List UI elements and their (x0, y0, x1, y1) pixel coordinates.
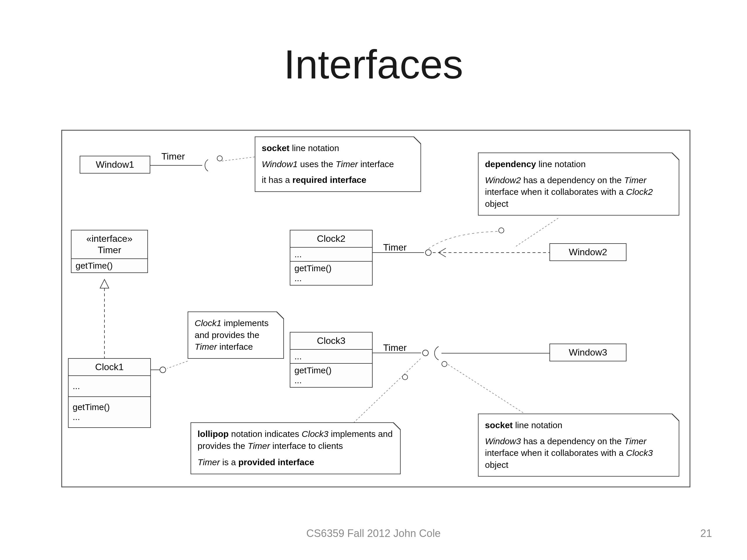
row: ... (69, 375, 150, 396)
class-clock2: Clock2 ... getTime() ... (290, 230, 372, 286)
note-corner-icon (276, 312, 284, 320)
row: getTime() ... (290, 261, 372, 285)
row: getTime() ... (69, 396, 150, 427)
svg-point-17 (403, 374, 408, 380)
interface-label-timer3: Timer (383, 342, 407, 353)
note-socket-top: socket line notation Window1 uses the Ti… (255, 136, 421, 192)
svg-line-20 (220, 157, 255, 161)
svg-point-8 (426, 250, 431, 256)
note-dependency-top: dependency line notation Window2 has a d… (478, 153, 679, 216)
class-window3: Window3 (549, 344, 626, 362)
interface-label-timer2: Timer (383, 242, 407, 253)
class-name: Clock1 (69, 359, 150, 375)
class-clock1: Clock1 ... getTime() ... (68, 358, 151, 428)
svg-line-6 (167, 361, 188, 368)
note-lollipop: lollipop notation indicates Clock3 imple… (190, 422, 401, 474)
slide-title: Interfaces (0, 41, 747, 88)
note-corner-icon (671, 153, 679, 161)
stereotype: «interface» (72, 231, 147, 245)
class-window1: Window1 (80, 156, 150, 174)
note-socket-bottom: socket line notation Window3 has a depen… (478, 414, 679, 477)
row: ... (290, 247, 372, 261)
note-corner-icon (392, 422, 401, 430)
svg-line-10 (439, 248, 446, 252)
class-name: Clock3 (290, 332, 372, 349)
svg-point-12 (499, 228, 504, 233)
row: ... (290, 349, 372, 363)
note-corner-icon (671, 414, 679, 422)
page-number: 21 (700, 527, 712, 540)
svg-point-14 (422, 350, 428, 356)
interface-op: getTime() (72, 259, 147, 272)
svg-line-11 (439, 252, 446, 257)
slide: Interfaces (0, 0, 747, 560)
note-corner-icon (413, 136, 421, 145)
svg-point-16 (442, 362, 447, 367)
class-name: Window3 (550, 344, 626, 361)
class-clock3: Clock3 ... getTime() ... (290, 332, 372, 388)
class-name: Window2 (550, 244, 626, 261)
interface-label-timer1: Timer (161, 151, 185, 162)
svg-point-5 (160, 367, 166, 373)
row: getTime() ... (290, 363, 372, 387)
interface-timer: «interface» Timer getTime() (71, 230, 148, 273)
uml-diagram: Window1 Timer socket line notation Windo… (61, 130, 690, 487)
interface-name: Timer (72, 245, 147, 259)
svg-line-19 (447, 364, 529, 417)
svg-line-21 (514, 218, 558, 247)
class-name: Clock2 (290, 231, 372, 247)
svg-point-1 (217, 156, 222, 161)
footer-text: CS6359 Fall 2012 John Cole (0, 527, 747, 540)
class-name: Window1 (80, 156, 150, 173)
svg-marker-2 (100, 279, 109, 288)
note-clock1: Clock1 implements and provides the Timer… (188, 312, 284, 359)
class-window2: Window2 (549, 243, 626, 261)
